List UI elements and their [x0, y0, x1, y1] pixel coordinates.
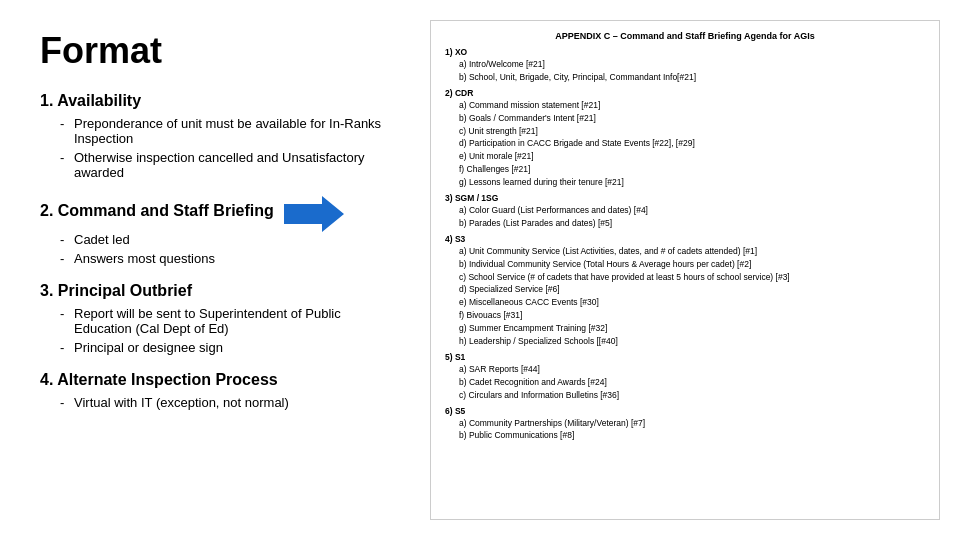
appendix-sub-list: a) Intro/Welcome [#21]b) School, Unit, B…	[445, 59, 925, 84]
section-heading-3: 3. Principal Outbrief	[40, 282, 390, 300]
appendix-item: 1) XOa) Intro/Welcome [#21]b) School, Un…	[445, 47, 925, 84]
appendix-sub-item: g) Lessons learned during their tenure […	[459, 177, 925, 189]
appendix-item: 3) SGM / 1SGa) Color Guard (List Perform…	[445, 193, 925, 230]
bullet-item: Cadet led	[60, 232, 390, 247]
bullet-list-1: Preponderance of unit must be available …	[40, 116, 390, 180]
bullet-item: Report will be sent to Superintendent of…	[60, 306, 390, 336]
appendix-sub-item: d) Specialized Service [#6]	[459, 284, 925, 296]
appendix-sub-item: e) Miscellaneous CACC Events [#30]	[459, 297, 925, 309]
appendix-sub-item: a) Intro/Welcome [#21]	[459, 59, 925, 71]
appendix-item-label: 6) S5	[445, 406, 465, 416]
appendix-item-label: 4) S3	[445, 234, 465, 244]
page-title: Format	[40, 30, 390, 72]
appendix-item: 4) S3a) Unit Community Service (List Act…	[445, 234, 925, 348]
appendix-item: 2) CDRa) Command mission statement [#21]…	[445, 88, 925, 189]
appendix-list: 1) XOa) Intro/Welcome [#21]b) School, Un…	[445, 47, 925, 442]
appendix-item-label: 1) XO	[445, 47, 467, 57]
section-heading-1: 1. Availability	[40, 92, 390, 110]
appendix-title: APPENDIX C – Command and Staff Briefing …	[445, 31, 925, 41]
appendix-item-label: 2) CDR	[445, 88, 473, 98]
appendix-item-label: 5) S1	[445, 352, 465, 362]
bullet-item: Principal or designee sign	[60, 340, 390, 355]
appendix-sub-item: h) Leadership / Specialized Schools [[#4…	[459, 336, 925, 348]
appendix-sub-item: c) School Service (# of cadets that have…	[459, 272, 925, 284]
appendix-sub-item: a) SAR Reports [#44]	[459, 364, 925, 376]
appendix-sub-list: a) Command mission statement [#21]b) Goa…	[445, 100, 925, 189]
svg-marker-0	[284, 196, 344, 232]
appendix-sub-item: c) Circulars and Information Bulletins […	[459, 390, 925, 402]
appendix-sub-item: b) Public Communications [#8]	[459, 430, 925, 442]
appendix-sub-item: e) Unit morale [#21]	[459, 151, 925, 163]
appendix-sub-list: a) Unit Community Service (List Activiti…	[445, 246, 925, 348]
appendix-sub-list: a) SAR Reports [#44]b) Cadet Recognition…	[445, 364, 925, 402]
section-3: 3. Principal OutbriefReport will be sent…	[40, 282, 390, 355]
appendix-sub-item: a) Community Partnerships (Military/Vete…	[459, 418, 925, 430]
appendix-sub-item: a) Color Guard (List Performances and da…	[459, 205, 925, 217]
appendix-item-label: 3) SGM / 1SG	[445, 193, 498, 203]
section-4: 4. Alternate Inspection ProcessVirtual w…	[40, 371, 390, 410]
bullet-list-3: Report will be sent to Superintendent of…	[40, 306, 390, 355]
appendix-sub-item: b) Goals / Commander's Intent [#21]	[459, 113, 925, 125]
appendix-sub-list: a) Community Partnerships (Military/Vete…	[445, 418, 925, 443]
appendix-sub-item: b) Cadet Recognition and Awards [#24]	[459, 377, 925, 389]
section-heading-2: 2. Command and Staff Briefing	[40, 202, 274, 220]
appendix-sub-item: f) Challenges [#21]	[459, 164, 925, 176]
appendix-sub-item: d) Participation in CACC Brigade and Sta…	[459, 138, 925, 150]
arrow-icon	[284, 196, 344, 232]
appendix-sub-item: c) Unit strength [#21]	[459, 126, 925, 138]
appendix-sub-item: g) Summer Encampment Training [#32]	[459, 323, 925, 335]
appendix-sub-item: b) Individual Community Service (Total H…	[459, 259, 925, 271]
appendix-sub-item: a) Command mission statement [#21]	[459, 100, 925, 112]
bullet-item: Preponderance of unit must be available …	[60, 116, 390, 146]
section-heading-4: 4. Alternate Inspection Process	[40, 371, 390, 389]
bullet-item: Virtual with IT (exception, not normal)	[60, 395, 390, 410]
section-1: 1. AvailabilityPreponderance of unit mus…	[40, 92, 390, 180]
bullet-item: Otherwise inspection cancelled and Unsat…	[60, 150, 390, 180]
bullet-list-2: Cadet ledAnswers most questions	[40, 232, 390, 266]
bullet-list-4: Virtual with IT (exception, not normal)	[40, 395, 390, 410]
appendix-item: 5) S1a) SAR Reports [#44]b) Cadet Recogn…	[445, 352, 925, 402]
appendix-sub-item: f) Bivouacs [#31]	[459, 310, 925, 322]
appendix-sub-item: b) School, Unit, Brigade, City, Principa…	[459, 72, 925, 84]
section-2: 2. Command and Staff BriefingCadet ledAn…	[40, 196, 390, 266]
bullet-item: Answers most questions	[60, 251, 390, 266]
left-panel: Format 1. AvailabilityPreponderance of u…	[0, 0, 430, 540]
appendix-sub-list: a) Color Guard (List Performances and da…	[445, 205, 925, 230]
right-panel: APPENDIX C – Command and Staff Briefing …	[430, 20, 940, 520]
appendix-sub-item: b) Parades (List Parades and dates) [#5]	[459, 218, 925, 230]
appendix-sub-item: a) Unit Community Service (List Activiti…	[459, 246, 925, 258]
appendix-item: 6) S5a) Community Partnerships (Military…	[445, 406, 925, 443]
